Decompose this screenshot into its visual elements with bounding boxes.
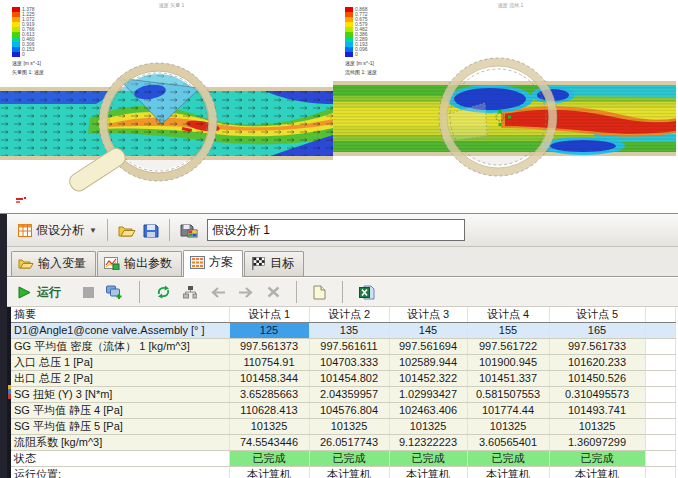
- row-label: SG 扭矩 (Y) 3 [N*m]: [11, 387, 229, 403]
- status-badge: 已完成: [309, 451, 389, 467]
- clipped-red-artifact-icon: [16, 197, 28, 204]
- status-badge: 已完成: [467, 451, 549, 467]
- toolbar-separator: [296, 281, 297, 303]
- design-point-table: 摘要设计点 1设计点 2设计点 3设计点 4设计点 5D1@Angle1@con…: [11, 307, 676, 478]
- legend-unit: 速度 [m s^-1]: [12, 60, 44, 66]
- value-cell: 本计算机: [389, 467, 467, 478]
- value-cell: 104576.804: [309, 403, 389, 419]
- value-cell: 101450.526: [549, 371, 645, 387]
- row-label: SG 平均值 静压 5 [Pa]: [11, 419, 229, 435]
- design-point-column-header[interactable]: 设计点 1: [229, 307, 309, 323]
- toolbar-separator: [139, 281, 140, 303]
- design-point-input-cell[interactable]: 165: [549, 323, 645, 339]
- tab-design-points[interactable]: 方案: [183, 250, 243, 277]
- row-label: D1@Angle1@cone valve.Assembly [° ]: [11, 323, 229, 339]
- table-row: GG 平均值 密度（流体） 1 [kg/m^3]997.561373997.56…: [11, 339, 675, 355]
- delete-button[interactable]: [264, 284, 283, 300]
- open-folder-icon: [118, 223, 137, 238]
- streamline-plot-title: 速度 流线 1: [498, 2, 524, 8]
- toolbar-separator: [342, 281, 343, 303]
- design-point-column-header[interactable]: 设计点 5: [549, 307, 645, 323]
- value-cell: 0.581507553: [467, 387, 549, 403]
- table-row: SG 平均值 静压 4 [Pa]110628.413104576.8041024…: [11, 403, 675, 419]
- tab-goals[interactable]: 目标: [244, 251, 304, 276]
- filler-cell: [645, 355, 675, 371]
- filler-cell: [645, 307, 675, 323]
- vector-plot-title: 速度 矢量 1: [159, 2, 185, 8]
- docked-panel-edge[interactable]: [0, 214, 7, 478]
- legend-unit: 速度 [m s^-1]: [345, 60, 377, 66]
- whatif-analysis-menu-button[interactable]: 假设分析 ▼: [15, 220, 100, 241]
- status-badge: 已完成: [549, 451, 645, 467]
- value-cell: 104703.333: [309, 355, 389, 371]
- value-cell: 101325: [309, 419, 389, 435]
- design-point-column-header[interactable]: 设计点 2: [309, 307, 389, 323]
- tab-label: 方案: [209, 254, 233, 271]
- save-report-icon: [180, 223, 198, 238]
- value-cell: 997.561694: [389, 339, 467, 355]
- analysis-toolbar: 假设分析 ▼: [7, 214, 678, 247]
- cfd-vector-plot: 速度 矢量 1 1.3781.2251.0720.9190.7660.6130.…: [0, 0, 333, 196]
- refresh-arrows-icon: [156, 285, 171, 299]
- design-point-input-cell[interactable]: 145: [389, 323, 467, 339]
- design-point-column-header[interactable]: 设计点 4: [467, 307, 549, 323]
- back-button[interactable]: [206, 285, 229, 300]
- value-cell: 101900.945: [467, 355, 549, 371]
- save-button[interactable]: [140, 221, 162, 240]
- value-cell: 101451.337: [467, 371, 549, 387]
- value-cell: 101454.802: [309, 371, 389, 387]
- design-points-grid-icon: [190, 256, 205, 269]
- app-window: 速度 矢量 1 1.3781.2251.0720.9190.7660.6130.…: [0, 0, 678, 478]
- table-row: 流阻系数 [kg/m^3]74.554344626.05177439.12322…: [11, 435, 675, 451]
- legend-swatch: [345, 52, 353, 57]
- new-report-button[interactable]: [310, 283, 329, 302]
- row-label: 状态: [11, 451, 229, 467]
- cfd-streamline-plot: 速度 流线 1 0.8680.7720.6750.5790.4820.3860.…: [333, 0, 678, 196]
- value-cell: 1.36097299: [549, 435, 645, 451]
- cfd-viewer: 速度 矢量 1 1.3781.2251.0720.9190.7660.6130.…: [0, 0, 678, 196]
- stop-button[interactable]: [80, 285, 97, 300]
- design-point-input-cell[interactable]: 125: [229, 323, 309, 339]
- legend-entry: 0: [12, 52, 44, 57]
- design-point-column-header[interactable]: 设计点 3: [389, 307, 467, 323]
- value-cell: 101493.741: [549, 403, 645, 419]
- export-excel-button[interactable]: [356, 283, 378, 302]
- tab-input-variables[interactable]: 输入变量: [11, 251, 96, 276]
- value-cell: 3.60565401: [467, 435, 549, 451]
- filler-cell: [645, 371, 675, 387]
- parameter-chart-button[interactable]: [180, 284, 200, 301]
- value-cell: 本计算机: [309, 467, 389, 478]
- refresh-button[interactable]: [153, 283, 174, 301]
- design-point-input-cell[interactable]: 135: [309, 323, 389, 339]
- value-cell: 997.561611: [309, 339, 389, 355]
- whatif-analysis-label: 假设分析: [36, 222, 84, 239]
- row-label: SG 平均值 静压 4 [Pa]: [11, 403, 229, 419]
- update-remote-button[interactable]: [103, 283, 126, 301]
- value-cell: 2.04359957: [309, 387, 389, 403]
- row-label: 出口 总压 2 [Pa]: [11, 371, 229, 387]
- whatif-analysis-panel: 假设分析 ▼: [0, 213, 678, 478]
- open-button[interactable]: [115, 221, 140, 240]
- save-analysis-button[interactable]: [177, 221, 201, 240]
- legend-entry: 0: [345, 52, 377, 57]
- tab-label: 输入变量: [38, 255, 86, 272]
- status-badge: 已完成: [389, 451, 467, 467]
- document-icon: [313, 285, 326, 300]
- analysis-name-input[interactable]: [207, 219, 465, 241]
- legend-value: 0: [355, 52, 358, 57]
- value-cell: 本计算机: [467, 467, 549, 478]
- legend-caption: 矢量图 1: 速度: [12, 69, 44, 75]
- summary-column-header: 摘要: [11, 307, 229, 323]
- filler-cell: [645, 419, 675, 435]
- filler-cell: [645, 387, 675, 403]
- value-cell: 101774.44: [467, 403, 549, 419]
- value-cell: 本计算机: [549, 467, 645, 478]
- value-cell: 102463.406: [389, 403, 467, 419]
- legend-swatch: [12, 52, 20, 57]
- tab-output-parameters[interactable]: 输出参数: [97, 251, 182, 276]
- design-point-input-cell[interactable]: 155: [467, 323, 549, 339]
- forward-button[interactable]: [235, 285, 258, 300]
- value-cell: 26.0517743: [309, 435, 389, 451]
- row-label: 流阻系数 [kg/m^3]: [11, 435, 229, 451]
- run-button[interactable]: 运行: [15, 282, 64, 303]
